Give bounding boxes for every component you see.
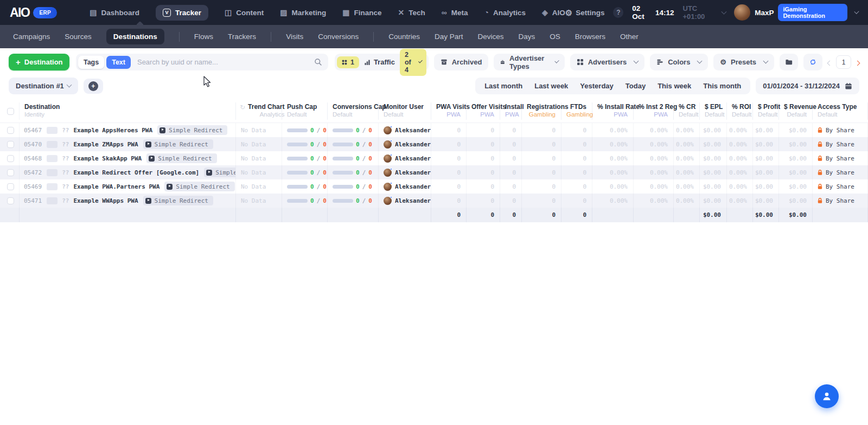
timezone-selector[interactable]: UTC +01:00: [683, 4, 726, 21]
advertisers-dropdown[interactable]: Advertisers: [570, 54, 645, 70]
column-header-conversions-cap[interactable]: Conversions CapDefault: [328, 102, 379, 120]
subnav-item-browsers[interactable]: Browsers: [575, 33, 605, 41]
destination-name[interactable]: Example Redirect Offer [Google.com]: [73, 169, 199, 176]
cap-limit-value: 0: [323, 127, 327, 134]
new-destination-button[interactable]: + Destination: [9, 54, 69, 70]
subnav-item-day-part[interactable]: Day Part: [435, 33, 463, 41]
text-toggle[interactable]: Text: [106, 56, 131, 69]
next-page-button[interactable]: [856, 57, 859, 67]
destination-name[interactable]: Example SkakApp PWA: [73, 155, 142, 162]
destination-name[interactable]: Example AppsHeroes PWA: [73, 127, 152, 134]
row-checkbox[interactable]: [7, 141, 14, 148]
column-header-revenue[interactable]: $ RevenueDefault: [779, 102, 813, 120]
online-dot: [390, 140, 393, 143]
folder-button[interactable]: [780, 54, 798, 70]
subnav-item-destinations[interactable]: Destinations: [106, 29, 164, 44]
column-header-destination[interactable]: DestinationIdentity: [20, 102, 236, 120]
subnav-item-visits[interactable]: Visits: [286, 33, 303, 41]
row-checkbox[interactable]: [7, 183, 14, 190]
column-header-install[interactable]: InstallPWA: [500, 102, 522, 120]
select-all-checkbox[interactable]: [7, 108, 14, 115]
add-view-button[interactable]: +: [84, 79, 103, 94]
metric-value: $0.00: [755, 169, 773, 176]
refresh-button[interactable]: [803, 54, 822, 70]
navbar-menu: ▤DashboardVTracker◫Content▨Marketing▦Fin…: [90, 5, 565, 21]
view-selector[interactable]: Destination #1: [9, 78, 78, 94]
color-swatch[interactable]: [47, 197, 58, 204]
color-swatch[interactable]: [47, 169, 58, 176]
nav-item-content[interactable]: ◫Content: [225, 5, 264, 21]
nav-item-tracker[interactable]: VTracker: [156, 5, 208, 21]
tags-toggle[interactable]: Tags: [78, 56, 104, 69]
column-header-trend-chart[interactable]: ↻Trend ChartAnalytics: [236, 102, 282, 120]
no-data-label: No Data: [241, 141, 266, 148]
row-checkbox[interactable]: [7, 197, 14, 204]
nav-item-analytics[interactable]: ◔Analytics: [484, 5, 526, 21]
monitor-avatar: [384, 197, 392, 205]
subnav-item-flows[interactable]: Flows: [194, 33, 213, 41]
row-checkbox[interactable]: [7, 169, 14, 176]
user-menu[interactable]: MaxP iGaming Demonstration: [734, 4, 858, 21]
nav-item-meta[interactable]: ∞Meta: [442, 5, 468, 21]
column-header-registrations[interactable]: RegistrationsGambling: [522, 102, 561, 120]
archived-button[interactable]: Archived: [434, 54, 489, 70]
range-last-month[interactable]: Last month: [478, 82, 528, 90]
nav-item-finance[interactable]: ▦Finance: [342, 5, 381, 21]
subnav-item-os[interactable]: OS: [550, 33, 560, 41]
color-swatch[interactable]: [47, 127, 58, 134]
subnav-item-campaigns[interactable]: Campaigns: [13, 33, 50, 41]
subnav-item-countries[interactable]: Countries: [388, 33, 420, 41]
nav-item-aio[interactable]: ◈AIO: [542, 5, 565, 21]
subnav-item-other[interactable]: Other: [620, 33, 639, 41]
support-fab[interactable]: [815, 384, 839, 408]
column-header-ftds[interactable]: FTDsGambling: [561, 102, 592, 120]
app-logo[interactable]: AIO ERP: [10, 5, 57, 20]
nav-item-marketing[interactable]: ▨Marketing: [280, 5, 326, 21]
color-swatch[interactable]: [47, 155, 58, 162]
subnav-item-days[interactable]: Days: [519, 33, 535, 41]
column-header-pwa-visits[interactable]: PWA VisitsPWA: [431, 102, 467, 120]
range-this-month[interactable]: This month: [697, 82, 747, 90]
filter-count-chip[interactable]: 1: [337, 56, 359, 68]
column-header-install-rate[interactable]: % Install RatePWA: [592, 102, 634, 120]
prev-page-button[interactable]: [828, 57, 832, 67]
metric-value: $0.00: [755, 141, 773, 148]
settings-button[interactable]: ⚙ Settings: [565, 9, 605, 17]
row-checkbox[interactable]: [7, 127, 14, 134]
range-yesterday[interactable]: Yesterday: [574, 82, 619, 90]
column-header-access-type[interactable]: Access TypeDefault: [813, 102, 868, 120]
destination-name[interactable]: Example PWA.Partners PWA: [73, 183, 159, 190]
range-today[interactable]: Today: [620, 82, 652, 90]
range-last-week[interactable]: Last week: [528, 82, 574, 90]
nav-item-dashboard[interactable]: ▤Dashboard: [90, 5, 139, 21]
column-header-inst-2-reg[interactable]: % Inst 2 RegPWA: [634, 102, 674, 120]
column-header-epl[interactable]: $ EPLDefault: [700, 102, 727, 120]
color-swatch[interactable]: [47, 141, 58, 148]
column-header-roi[interactable]: % ROIDefault: [727, 102, 753, 120]
column-header-cr[interactable]: % CRDefault: [674, 102, 700, 120]
subnav-item-devices[interactable]: Devices: [478, 33, 504, 41]
colors-dropdown[interactable]: Colors: [650, 54, 708, 70]
column-header-push-cap[interactable]: Push CapDefault: [282, 102, 328, 120]
row-checkbox[interactable]: [7, 155, 14, 162]
help-button[interactable]: ?: [613, 7, 623, 18]
nav-item-tech[interactable]: ✕Tech: [398, 5, 425, 21]
color-swatch[interactable]: [47, 183, 58, 190]
subnav-item-sources[interactable]: Sources: [65, 33, 92, 41]
search-input[interactable]: [133, 58, 312, 66]
traffic-selection-dropdown[interactable]: 2 of 4: [400, 49, 426, 76]
metric-value: $0.00: [789, 169, 807, 176]
column-header-monitor-user[interactable]: Monitor UserDefault: [379, 102, 431, 120]
date-range-picker[interactable]: 01/01/2024 - 31/12/2024: [756, 78, 859, 94]
column-header-profit[interactable]: $ ProfitDefault: [753, 102, 779, 120]
redirect-type-badge: Simple Redirect: [164, 182, 234, 191]
page-input[interactable]: [836, 55, 851, 69]
destination-name[interactable]: Example ZMApps PWA: [73, 141, 138, 148]
destination-name[interactable]: Example WWApps PWA: [73, 197, 138, 204]
subnav-item-conversions[interactable]: Conversions: [318, 33, 359, 41]
subnav-item-trackers[interactable]: Trackers: [228, 33, 256, 41]
range-this-week[interactable]: This week: [652, 82, 697, 90]
advertiser-types-dropdown[interactable]: Advertiser Types: [494, 54, 564, 70]
presets-dropdown[interactable]: ⚙ Presets: [713, 54, 774, 70]
column-header-offer-visits[interactable]: Offer VisitsPWA: [467, 102, 500, 120]
